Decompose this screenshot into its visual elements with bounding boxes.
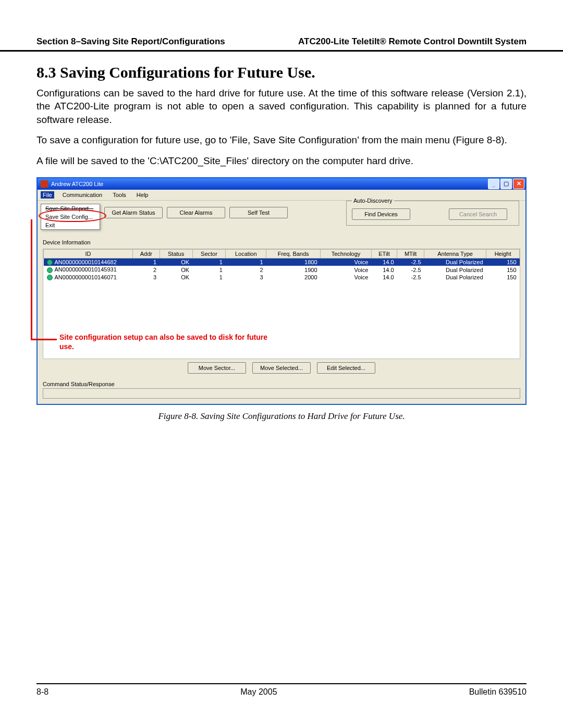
- move-sector-button[interactable]: Move Sector...: [188, 362, 246, 374]
- col-mtilt[interactable]: MTilt: [397, 249, 424, 258]
- footer-bulletin: Bulletin 639510: [469, 687, 527, 697]
- toolbar-left: Save Site Report... Save Site Config... …: [41, 204, 339, 218]
- move-selected-button[interactable]: Move Selected...: [252, 362, 311, 374]
- menu-item-exit[interactable]: Exit: [41, 221, 100, 229]
- table-row[interactable]: AN000000000101446821OK111800Voice14.0-2.…: [44, 258, 520, 266]
- status-dot-icon: [47, 275, 53, 280]
- annotation-vertical-line: [31, 219, 32, 340]
- annotation-horizontal-line: [31, 339, 57, 340]
- col-height[interactable]: Height: [486, 249, 520, 258]
- status-dot-icon: [47, 267, 53, 273]
- col-id[interactable]: ID: [44, 249, 133, 258]
- auto-discovery-legend: Auto-Discovery: [352, 198, 394, 204]
- file-dropdown: Save Site Report... Save Site Config... …: [41, 204, 100, 230]
- menu-help[interactable]: Help: [134, 191, 151, 199]
- edit-selected-button[interactable]: Edit Selected...: [317, 362, 375, 374]
- table-row[interactable]: AN000000000101459312OK121900Voice14.0-2.…: [44, 266, 520, 274]
- section-heading: 8.3 Saving Configurations for Future Use…: [36, 62, 527, 83]
- close-button[interactable]: ✕: [513, 179, 524, 189]
- self-test-button[interactable]: Self Test: [229, 207, 288, 218]
- device-information-legend: Device Information: [43, 239, 520, 245]
- status-dot-icon: [47, 260, 53, 265]
- section-paragraph-3: A file will be saved to the 'C:\ATC200_S…: [36, 154, 527, 168]
- menu-communication[interactable]: Communication: [60, 191, 104, 199]
- page-header: Section 8–Saving Site Report/Configurati…: [0, 36, 563, 52]
- col-addr[interactable]: Addr: [133, 249, 160, 258]
- menu-item-save-site-config[interactable]: Save Site Config...: [41, 213, 100, 221]
- col-freq[interactable]: Freq. Bands: [266, 249, 321, 258]
- window-title: Andrew ATC200 Lite: [51, 181, 103, 187]
- section-body: 8.3 Saving Configurations for Future Use…: [0, 52, 563, 168]
- figure-caption: Figure 8-8. Saving Site Configurations t…: [36, 411, 527, 422]
- section-paragraph-2: To save a configuration for future use, …: [36, 133, 527, 147]
- menu-item-save-site-report[interactable]: Save Site Report...: [41, 204, 100, 213]
- command-row: Move Sector... Move Selected... Edit Sel…: [38, 359, 525, 381]
- annotation-text: Site configuration setup can also be sav…: [59, 332, 273, 351]
- table-row[interactable]: AN000000000101460713OK132000Voice14.0-2.…: [44, 274, 520, 281]
- app-window: Andrew ATC200 Lite _ ▢ ✕ File Communicat…: [36, 177, 527, 405]
- menu-tools[interactable]: Tools: [111, 191, 128, 199]
- page-header-right: ATC200-Lite Teletilt® Remote Control Dow…: [298, 36, 527, 47]
- find-devices-button[interactable]: Find Devices: [352, 208, 410, 220]
- footer-page-number: 8-8: [36, 687, 48, 697]
- command-status-response-bar: [43, 388, 520, 399]
- page-header-left: Section 8–Saving Site Report/Configurati…: [36, 36, 225, 47]
- col-antenna-type[interactable]: Antenna Type: [424, 249, 486, 258]
- page-footer: 8-8 May 2005 Bulletin 639510: [36, 683, 527, 697]
- col-status[interactable]: Status: [160, 249, 192, 258]
- col-sector[interactable]: Sector: [192, 249, 226, 258]
- menu-file[interactable]: File: [41, 191, 54, 199]
- cancel-search-button[interactable]: Cancel Search: [449, 208, 507, 220]
- command-status-group: Command Status/Response: [38, 381, 525, 404]
- table-header-row: ID Addr Status Sector Location Freq. Ban…: [44, 249, 520, 258]
- col-technology[interactable]: Technology: [321, 249, 372, 258]
- col-location[interactable]: Location: [226, 249, 266, 258]
- footer-date: May 2005: [240, 687, 277, 697]
- auto-discovery-group: Auto-Discovery Find Devices Cancel Searc…: [346, 201, 519, 226]
- section-paragraph-1: Configurations can be saved to the hard …: [36, 87, 527, 127]
- get-alarm-status-button[interactable]: Get Alarm Status: [104, 207, 163, 218]
- maximize-button[interactable]: ▢: [500, 179, 512, 189]
- app-icon: [41, 180, 48, 188]
- menubar: File Communication Tools Help: [38, 190, 525, 201]
- clear-alarms-button[interactable]: Clear Alarms: [167, 207, 225, 218]
- command-status-label: Command Status/Response: [43, 381, 520, 387]
- minimize-button[interactable]: _: [488, 179, 499, 189]
- titlebar[interactable]: Andrew ATC200 Lite _ ▢ ✕: [38, 178, 525, 190]
- col-etilt[interactable]: ETilt: [371, 249, 397, 258]
